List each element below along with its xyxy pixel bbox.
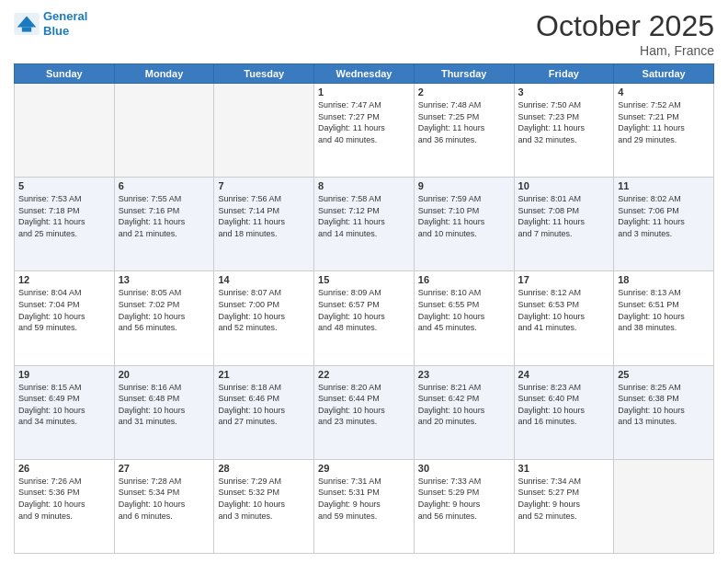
table-cell: 28Sunrise: 7:29 AM Sunset: 5:32 PM Dayli… [214,459,314,553]
table-cell [15,84,115,178]
day-number: 27 [119,463,210,474]
day-info: Sunrise: 8:15 AM Sunset: 6:49 PM Dayligh… [18,382,110,428]
table-cell: 3Sunrise: 7:50 AM Sunset: 7:23 PM Daylig… [514,84,614,178]
day-info: Sunrise: 7:28 AM Sunset: 5:34 PM Dayligh… [119,476,210,522]
day-info: Sunrise: 7:29 AM Sunset: 5:32 PM Dayligh… [218,476,310,522]
table-cell: 4Sunrise: 7:52 AM Sunset: 7:21 PM Daylig… [614,84,714,178]
day-info: Sunrise: 7:53 AM Sunset: 7:18 PM Dayligh… [18,193,110,239]
day-info: Sunrise: 8:01 AM Sunset: 7:08 PM Dayligh… [518,193,610,239]
day-number: 18 [618,274,710,285]
day-number: 16 [418,274,510,285]
day-info: Sunrise: 8:02 AM Sunset: 7:06 PM Dayligh… [618,193,710,239]
day-info: Sunrise: 7:31 AM Sunset: 5:31 PM Dayligh… [318,476,410,522]
day-number: 7 [218,180,310,191]
day-number: 5 [18,180,110,191]
day-info: Sunrise: 7:33 AM Sunset: 5:29 PM Dayligh… [418,476,510,522]
calendar-header-row: Sunday Monday Tuesday Wednesday Thursday… [15,64,714,84]
day-number: 11 [618,180,710,191]
location-subtitle: Ham, France [536,43,714,58]
table-cell: 26Sunrise: 7:26 AM Sunset: 5:36 PM Dayli… [15,459,115,553]
table-cell: 10Sunrise: 8:01 AM Sunset: 7:08 PM Dayli… [514,178,614,271]
day-info: Sunrise: 7:55 AM Sunset: 7:16 PM Dayligh… [119,193,210,239]
table-cell [114,84,214,178]
day-number: 31 [518,463,610,474]
week-row-1: 1Sunrise: 7:47 AM Sunset: 7:27 PM Daylig… [15,84,714,178]
day-number: 25 [618,369,710,380]
table-cell: 21Sunrise: 8:18 AM Sunset: 6:46 PM Dayli… [214,365,314,459]
day-number: 6 [119,180,210,191]
page: General Blue October 2025 Ham, France Su… [0,0,728,563]
day-info: Sunrise: 8:20 AM Sunset: 6:44 PM Dayligh… [318,382,410,428]
calendar-table: Sunday Monday Tuesday Wednesday Thursday… [14,63,714,554]
day-number: 15 [318,274,410,285]
table-cell [614,459,714,553]
day-info: Sunrise: 7:50 AM Sunset: 7:23 PM Dayligh… [518,99,610,145]
table-cell: 18Sunrise: 8:13 AM Sunset: 6:51 PM Dayli… [614,271,714,365]
day-number: 23 [418,369,510,380]
day-info: Sunrise: 7:48 AM Sunset: 7:25 PM Dayligh… [418,99,510,145]
day-info: Sunrise: 8:12 AM Sunset: 6:53 PM Dayligh… [518,287,610,333]
table-cell [214,84,314,178]
table-cell: 22Sunrise: 8:20 AM Sunset: 6:44 PM Dayli… [314,365,415,459]
table-cell: 14Sunrise: 8:07 AM Sunset: 7:00 PM Dayli… [214,271,314,365]
svg-rect-2 [22,27,31,31]
week-row-3: 12Sunrise: 8:04 AM Sunset: 7:04 PM Dayli… [15,271,714,365]
logo: General Blue [14,9,87,38]
day-info: Sunrise: 8:09 AM Sunset: 6:57 PM Dayligh… [318,287,410,333]
logo-line2: Blue [43,24,69,38]
col-wednesday: Wednesday [314,64,415,84]
logo-text: General Blue [43,9,87,38]
day-number: 21 [218,369,310,380]
table-cell: 17Sunrise: 8:12 AM Sunset: 6:53 PM Dayli… [514,271,614,365]
table-cell: 11Sunrise: 8:02 AM Sunset: 7:06 PM Dayli… [614,178,714,271]
table-cell: 7Sunrise: 7:56 AM Sunset: 7:14 PM Daylig… [214,178,314,271]
day-number: 30 [418,463,510,474]
day-number: 17 [518,274,610,285]
col-saturday: Saturday [614,64,714,84]
day-info: Sunrise: 8:07 AM Sunset: 7:00 PM Dayligh… [218,287,310,333]
table-cell: 6Sunrise: 7:55 AM Sunset: 7:16 PM Daylig… [114,178,214,271]
table-cell: 15Sunrise: 8:09 AM Sunset: 6:57 PM Dayli… [314,271,415,365]
table-cell: 19Sunrise: 8:15 AM Sunset: 6:49 PM Dayli… [15,365,115,459]
day-number: 28 [218,463,310,474]
day-info: Sunrise: 8:16 AM Sunset: 6:48 PM Dayligh… [119,382,210,428]
table-cell: 31Sunrise: 7:34 AM Sunset: 5:27 PM Dayli… [514,459,614,553]
day-info: Sunrise: 7:34 AM Sunset: 5:27 PM Dayligh… [518,476,610,522]
day-info: Sunrise: 7:47 AM Sunset: 7:27 PM Dayligh… [318,99,410,145]
day-info: Sunrise: 8:05 AM Sunset: 7:02 PM Dayligh… [119,287,210,333]
table-cell: 13Sunrise: 8:05 AM Sunset: 7:02 PM Dayli… [114,271,214,365]
day-number: 13 [119,274,210,285]
table-cell: 16Sunrise: 8:10 AM Sunset: 6:55 PM Dayli… [414,271,514,365]
day-number: 3 [518,86,610,98]
day-number: 4 [618,86,710,98]
day-info: Sunrise: 8:18 AM Sunset: 6:46 PM Dayligh… [218,382,310,428]
logo-line1: General [43,9,87,23]
table-cell: 2Sunrise: 7:48 AM Sunset: 7:25 PM Daylig… [414,84,514,178]
day-number: 12 [18,274,110,285]
table-cell: 23Sunrise: 8:21 AM Sunset: 6:42 PM Dayli… [414,365,514,459]
day-number: 29 [318,463,410,474]
day-info: Sunrise: 8:13 AM Sunset: 6:51 PM Dayligh… [618,287,710,333]
day-number: 20 [119,369,210,380]
table-cell: 20Sunrise: 8:16 AM Sunset: 6:48 PM Dayli… [114,365,214,459]
table-cell: 8Sunrise: 7:58 AM Sunset: 7:12 PM Daylig… [314,178,415,271]
col-tuesday: Tuesday [214,64,314,84]
col-sunday: Sunday [15,64,115,84]
table-cell: 5Sunrise: 7:53 AM Sunset: 7:18 PM Daylig… [15,178,115,271]
day-number: 14 [218,274,310,285]
day-number: 1 [318,86,410,98]
day-number: 26 [18,463,110,474]
table-cell: 25Sunrise: 8:25 AM Sunset: 6:38 PM Dayli… [614,365,714,459]
logo-icon [14,13,40,35]
day-info: Sunrise: 7:58 AM Sunset: 7:12 PM Dayligh… [318,193,410,239]
table-cell: 9Sunrise: 7:59 AM Sunset: 7:10 PM Daylig… [414,178,514,271]
table-cell: 30Sunrise: 7:33 AM Sunset: 5:29 PM Dayli… [414,459,514,553]
day-info: Sunrise: 7:56 AM Sunset: 7:14 PM Dayligh… [218,193,310,239]
day-info: Sunrise: 8:25 AM Sunset: 6:38 PM Dayligh… [618,382,710,428]
day-info: Sunrise: 8:10 AM Sunset: 6:55 PM Dayligh… [418,287,510,333]
day-number: 9 [418,180,510,191]
day-number: 10 [518,180,610,191]
day-number: 24 [518,369,610,380]
week-row-5: 26Sunrise: 7:26 AM Sunset: 5:36 PM Dayli… [15,459,714,553]
day-number: 22 [318,369,410,380]
